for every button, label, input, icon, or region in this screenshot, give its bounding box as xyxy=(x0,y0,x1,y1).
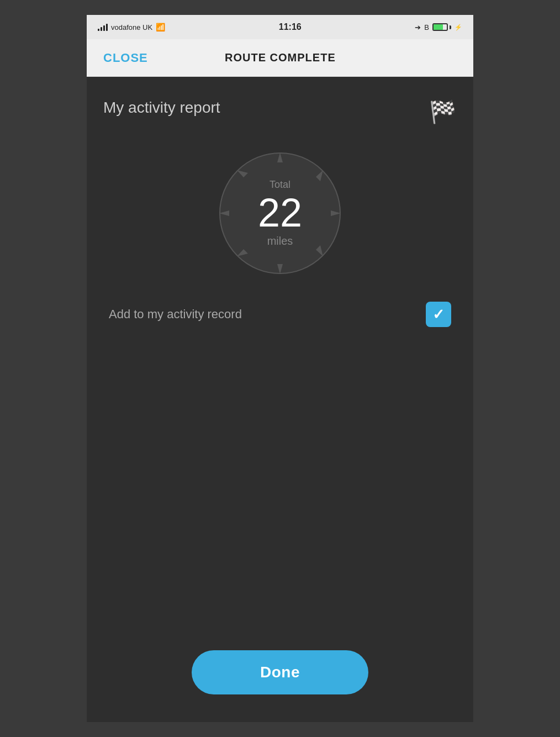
nav-bar: CLOSE ROUTE COMPLETE xyxy=(87,39,473,77)
signal-bars xyxy=(98,23,108,31)
carrier-text: vodafone UK xyxy=(111,23,152,31)
phone-frame: vodafone UK 📶 11:16 ➔ B ⚡ CLOSE ROUTE CO… xyxy=(87,15,473,722)
done-label: Done xyxy=(260,664,300,681)
bluetooth-icon: B xyxy=(424,23,429,31)
spacer xyxy=(103,344,457,650)
activity-record-label: Add to my activity record xyxy=(109,307,242,322)
location-icon: ➔ xyxy=(415,23,421,31)
svg-marker-6 xyxy=(237,249,248,256)
svg-marker-4 xyxy=(316,170,323,181)
report-title: My activity report xyxy=(103,99,220,117)
finish-flag-icon: 🏁 xyxy=(429,99,457,125)
signal-bar-4 xyxy=(106,24,108,31)
battery-fill xyxy=(434,24,443,30)
svg-marker-1 xyxy=(331,210,341,216)
done-button-container: Done xyxy=(103,650,457,706)
nav-title: ROUTE COMPLETE xyxy=(225,51,336,64)
compass-widget: Total 22 miles xyxy=(219,152,341,274)
report-header: My activity report 🏁 xyxy=(103,99,457,125)
wifi-icon: 📶 xyxy=(156,23,165,31)
status-bar: vodafone UK 📶 11:16 ➔ B ⚡ xyxy=(87,15,473,39)
svg-marker-5 xyxy=(316,245,323,256)
close-button[interactable]: CLOSE xyxy=(103,51,148,65)
signal-bar-3 xyxy=(103,25,105,31)
done-button[interactable]: Done xyxy=(192,650,368,694)
svg-marker-2 xyxy=(277,264,283,274)
compass-ticks-svg xyxy=(219,152,341,274)
status-left: vodafone UK 📶 xyxy=(98,23,165,31)
main-content: My activity report 🏁 xyxy=(87,77,473,722)
status-time: 11:16 xyxy=(279,22,302,32)
activity-record-checkbox[interactable]: ✓ xyxy=(426,302,451,327)
status-right: ➔ B ⚡ xyxy=(415,23,462,31)
signal-bar-1 xyxy=(98,29,99,31)
charging-icon: ⚡ xyxy=(455,24,462,31)
svg-marker-3 xyxy=(219,210,229,216)
battery-body xyxy=(432,23,448,31)
battery-indicator xyxy=(432,23,451,31)
svg-marker-7 xyxy=(237,170,248,177)
activity-record-row: Add to my activity record ✓ xyxy=(103,302,457,327)
signal-bar-2 xyxy=(101,27,102,31)
svg-marker-0 xyxy=(277,152,283,162)
distance-circle-container: Total 22 miles xyxy=(103,152,457,274)
battery-tip xyxy=(450,25,451,29)
checkmark-icon: ✓ xyxy=(432,306,445,323)
